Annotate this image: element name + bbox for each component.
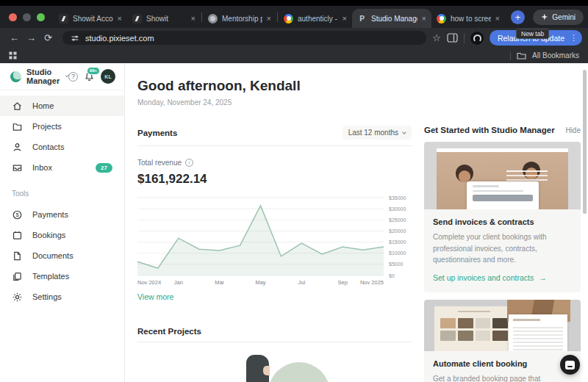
address-bar[interactable]: studio.pixieset.com [62,31,426,45]
svg-text:$35000: $35000 [389,195,406,201]
tab-close-icon[interactable]: × [343,15,347,23]
setup-invoices-link[interactable]: Set up invoices and contracts → [433,273,572,282]
svg-text:May: May [255,279,265,286]
macos-menubar [0,0,588,6]
minimize-window-button[interactable] [23,13,31,21]
tab-close-icon[interactable]: × [267,15,271,23]
tab-close-icon[interactable]: × [118,15,122,23]
all-bookmarks-button[interactable]: All Bookmarks [510,51,579,60]
gemini-label: Gemini [552,13,576,21]
gemini-button[interactable]: Gemini [533,10,584,25]
user-avatar[interactable]: KL [101,69,115,84]
info-icon[interactable]: i [185,159,193,167]
chat-launcher-button[interactable] [560,355,580,375]
all-bookmarks-label: All Bookmarks [532,51,579,60]
svg-text:$20000: $20000 [389,228,406,234]
card-text: Get a branded booking page that showcase… [433,373,572,382]
workspace-switcher[interactable]: Studio Manager [26,68,68,85]
pixieset-logo [10,71,21,82]
revenue-chart: $0$5000$10000$15000$20000$25000$30000$35… [137,192,412,286]
sidebar-item-settings[interactable]: Settings [0,286,124,307]
tab-label: Mentorship page head [222,15,262,23]
google-favicon [437,14,446,24]
back-button[interactable]: ← [6,32,23,43]
svg-text:$10000: $10000 [389,251,406,256]
gear-icon [12,292,23,303]
tab-showit-account[interactable]: Showit Account × [54,9,127,28]
sidebar-item-templates[interactable]: Templates [0,266,124,286]
total-revenue-label: Total revenue [137,159,182,167]
templates-icon [12,271,23,282]
sidebar-item-projects[interactable]: Projects [0,116,124,137]
sidebar-item-label: Settings [32,292,62,301]
sidebar-item-label: Payments [32,210,68,219]
sidebar-item-inbox[interactable]: Inbox 27 [0,157,124,178]
invoices-card: Send invoices & contracts Complete your … [424,142,581,292]
browser-menu-icon[interactable]: ⋮ [570,33,578,43]
sidebar-item-documents[interactable]: Documents [0,245,124,266]
section-divider [137,145,412,146]
bookmark-star-icon[interactable]: ☆ [432,32,441,43]
zoom-window-button[interactable] [37,13,45,21]
empty-state-illustration [137,353,412,382]
hide-link[interactable]: Hide [565,126,581,134]
notifications-button[interactable]: 99+ [84,71,95,82]
booking-card: Automate client booking Get a branded bo… [424,300,581,382]
date-range-dropdown[interactable]: Last 12 months [343,126,412,140]
forward-button[interactable]: → [23,32,40,43]
browser-profile-avatar[interactable] [470,32,484,45]
invoice-mockup [467,181,539,209]
tab-label: Showit Account [73,15,113,23]
tab-close-icon[interactable]: × [495,15,500,23]
arrow-right-icon: → [539,273,547,282]
current-date: Monday, November 24, 2025 [137,98,581,107]
view-more-link[interactable]: View more [137,292,173,301]
booking-page-mockup [434,306,514,351]
tab-authenticly[interactable]: authenticly - Google S × [279,9,352,28]
close-window-button[interactable] [9,13,17,21]
new-tab-tooltip: New tab [516,29,549,39]
tab-close-icon[interactable]: × [422,15,426,23]
side-panel-icon[interactable] [447,33,458,43]
page-scrollbar[interactable] [583,70,587,214]
sidebar-item-home[interactable]: Home [0,96,124,116]
sidebar-item-bookings[interactable]: Bookings [0,225,124,245]
google-favicon [284,14,293,24]
sidebar-item-payments[interactable]: $ Payments [0,204,124,225]
site-settings-icon[interactable] [71,34,79,43]
svg-text:$25000: $25000 [389,217,406,223]
card-title: Automate client booking [433,359,572,368]
tab-label: how to screenshot on [451,15,491,23]
new-tab-button[interactable]: + [511,10,525,24]
section-divider [137,342,412,342]
link-label: Set up invoices and contracts [433,273,534,282]
sidebar-nav: Home Projects Contacts Inbox 27 [0,90,124,307]
inbox-icon [12,162,23,173]
get-started-title: Get Started with Studio Manager [424,126,555,134]
card-text: Complete your client bookings with profe… [433,231,572,266]
tab-close-icon[interactable]: × [191,15,196,23]
studio-manager-page: Studio Manager ? 99+ KL [0,63,588,382]
sidebar-item-contacts[interactable]: Contacts [0,137,124,157]
gemini-sparkle-icon [541,14,548,21]
pixieset-favicon: P [357,14,367,24]
tab-label: Showit [146,15,187,23]
tab-showit[interactable]: Showit × [127,9,201,28]
bookmarks-divider [510,51,511,60]
apps-grid-icon[interactable] [9,51,17,60]
person-icon [12,142,23,153]
date-range-label: Last 12 months [348,129,398,137]
showit-favicon [132,14,142,24]
sidebar-item-label: Documents [32,251,74,260]
toolbar-divider [464,33,465,43]
help-button[interactable]: ? [68,72,78,82]
sidebar-item-label: Inbox [32,163,52,172]
svg-text:$15000: $15000 [389,239,406,245]
folder-icon [517,51,526,60]
reload-button[interactable]: ⟳ [40,32,57,43]
card-title: Send invoices & contracts [433,217,572,226]
tab-how-to-screenshot[interactable]: how to screenshot on × [431,9,505,28]
notification-badge: 99+ [87,67,100,75]
tab-studio-manager-active[interactable]: P Studio Manager - Pixie × [352,9,431,28]
tab-mentorship[interactable]: Mentorship page head × [203,9,276,28]
